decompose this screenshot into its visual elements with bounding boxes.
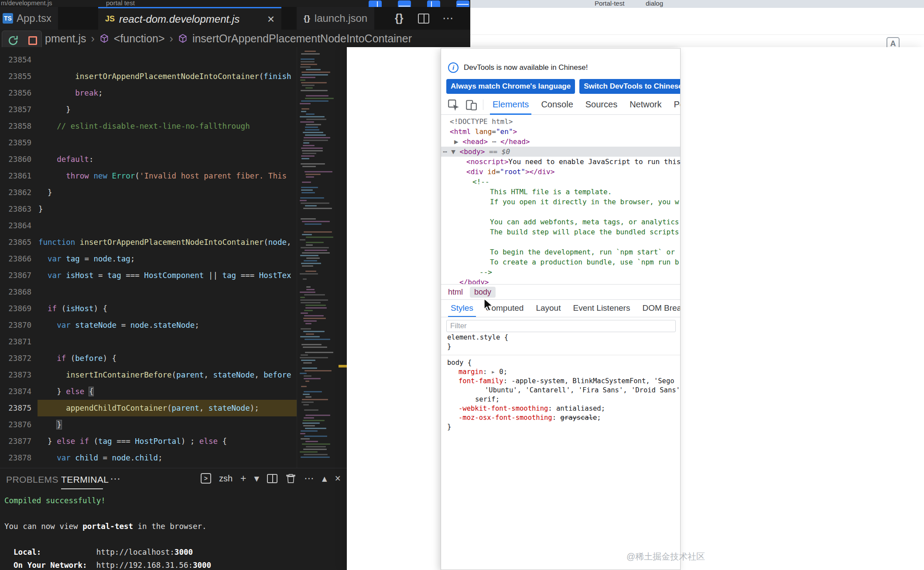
code-line[interactable]: 23862 }	[0, 184, 347, 201]
debug-stop-icon[interactable]	[28, 36, 37, 45]
devtools-tab-sources[interactable]: Sources	[579, 95, 623, 115]
style-declaration[interactable]: }	[441, 342, 681, 351]
layout-toggle-secondary-sidebar-icon[interactable]	[427, 0, 440, 7]
panel-tab-terminal[interactable]: TERMINAL	[61, 474, 109, 485]
editor-tab-launch-json[interactable]: {} launch.json	[297, 7, 374, 30]
elements-crumb-body[interactable]: body	[470, 287, 496, 298]
dom-row[interactable]: <!--	[441, 177, 681, 187]
code-line[interactable]: 23873 insertInContainerBefore(parent, st…	[0, 367, 347, 383]
close-tab-icon[interactable]: ×	[267, 13, 274, 25]
code-line[interactable]: 23871	[0, 333, 347, 350]
layout-toggle-sidebar-icon[interactable]	[369, 0, 382, 7]
dom-row[interactable]: If you open it directly in the browser, …	[441, 197, 681, 207]
code-line[interactable]: 23870 var stateNode = node.stateNode;	[0, 317, 347, 333]
code-line[interactable]: 23867 var isHost = tag === HostComponent…	[0, 267, 347, 284]
style-declaration[interactable]: -moz-osx-font-smoothing: grayscale;	[441, 413, 681, 422]
code-line[interactable]: 23878 var child = node.child;	[0, 450, 347, 466]
style-declaration[interactable]: margin: ▸ 0;	[441, 367, 681, 377]
style-declaration[interactable]: font-family: -apple-system, BlinkMacSyst…	[441, 377, 681, 386]
sidebar-tab-styles[interactable]: Styles	[445, 300, 479, 317]
terminal-dropdown-icon[interactable]: ▾	[254, 473, 259, 484]
inspect-element-icon[interactable]	[447, 99, 460, 111]
sidebar-tab-dom-breakpoints[interactable]: DOM Breakpoints	[636, 300, 681, 317]
code-line[interactable]: 23863}	[0, 201, 347, 217]
always-match-language-button[interactable]: Always match Chrome's language	[446, 79, 575, 94]
code-editor[interactable]: 2385423855 insertOrAppendPlacementNodeIn…	[0, 47, 347, 468]
sidebar-tab-layout[interactable]: Layout	[530, 300, 567, 317]
kill-terminal-trash-icon[interactable]	[285, 473, 296, 484]
code-line[interactable]: 23877 } else if (tag === HostPortal) ; e…	[0, 433, 347, 450]
code-line[interactable]: 23865function insertOrAppendPlacementNod…	[0, 234, 347, 251]
breadcrumb-file[interactable]: pment.js	[45, 32, 86, 45]
debug-restart-icon[interactable]	[7, 34, 19, 47]
dom-row[interactable]: To create a production bundle, use `npm …	[441, 257, 681, 267]
styles-filter-input[interactable]	[446, 320, 676, 332]
sidebar-tab-event-listeners[interactable]: Event Listeners	[567, 300, 636, 317]
code-line[interactable]: 23857 }	[0, 101, 347, 118]
code-line[interactable]: 23876 }	[0, 416, 347, 433]
braces-action-icon[interactable]: {}	[395, 11, 403, 24]
panel-more-actions-icon[interactable]: ⋯	[110, 473, 120, 485]
minimap[interactable]	[297, 47, 339, 468]
breadcrumb-symbol-method[interactable]: insertOrAppendPlacementNodeIntoContainer	[192, 32, 412, 45]
code-line[interactable]: 23860 default:	[0, 151, 347, 168]
devtools-tab-network[interactable]: Network	[623, 95, 667, 115]
code-line[interactable]: 23855 insertOrAppendPlacementNodeIntoCon…	[0, 68, 347, 85]
switch-devtools-chinese-button[interactable]: Switch DevTools to Chinese	[579, 79, 681, 94]
code-line[interactable]: 23858 // eslint-disable-next-line-no-fal…	[0, 118, 347, 134]
dom-row[interactable]: </body>	[441, 277, 681, 284]
editor-tab-react-dom-development-js[interactable]: JS react-dom.development.js ×	[98, 7, 281, 30]
dom-row[interactable]: -->	[441, 267, 681, 277]
browser-tab-portal-test[interactable]: Portal-test	[595, 0, 624, 7]
breadcrumb-symbol-function[interactable]: <function>	[114, 32, 165, 45]
dom-row[interactable]: ⋯ ▼ <body> == $0	[441, 147, 681, 157]
layout-toggle-panel-icon[interactable]	[398, 0, 411, 7]
code-line[interactable]: 23868	[0, 284, 347, 300]
style-declaration[interactable]: serif;	[441, 395, 681, 404]
code-line[interactable]: 23864	[0, 217, 347, 234]
close-panel-icon[interactable]: ×	[335, 473, 341, 484]
device-toolbar-icon[interactable]	[465, 99, 478, 111]
code-line[interactable]: 23854	[0, 52, 347, 68]
shell-name[interactable]: zsh	[219, 474, 233, 484]
dom-row[interactable]: This HTML file is a template.	[441, 187, 681, 197]
dom-row[interactable]: <div id="root"></div>	[441, 167, 681, 177]
dom-row[interactable]: <noscript>You need to enable JavaScript …	[441, 157, 681, 167]
code-line[interactable]: 23869 if (isHost) {	[0, 300, 347, 317]
style-declaration[interactable]: }	[441, 422, 681, 432]
code-line[interactable]: 23861 throw new Error('Invalid host pare…	[0, 168, 347, 184]
panel-more-icon[interactable]: ⋯	[304, 473, 314, 484]
dom-row[interactable]: <html lang="en">	[441, 127, 681, 137]
devtools-tab-console[interactable]: Console	[535, 95, 579, 115]
split-terminal-icon[interactable]	[267, 474, 277, 483]
devtools-tab-performance[interactable]: Performance	[668, 95, 681, 115]
code-line[interactable]: 23875 appendChildToContainer(parent, sta…	[0, 400, 347, 416]
code-line[interactable]: 23872 if (before) {	[0, 350, 347, 367]
new-terminal-icon[interactable]: +	[240, 473, 246, 484]
style-declaration[interactable]: body {	[441, 358, 681, 367]
editor-tab-app-tsx[interactable]: TS App.tsx	[0, 7, 58, 30]
editor-scrollbar[interactable]	[339, 47, 347, 468]
code-line[interactable]: 23859	[0, 134, 347, 151]
elements-crumb-html[interactable]: html	[448, 288, 463, 297]
dom-row[interactable]: You can add webfonts, meta tags, or anal…	[441, 217, 681, 227]
style-declaration[interactable]: 'Ubuntu', 'Cantarell', 'Fira Sans', 'Dro…	[441, 386, 681, 395]
more-actions-icon[interactable]: ⋯	[442, 11, 453, 24]
devtools-tab-elements[interactable]: Elements	[486, 95, 535, 115]
dom-row[interactable]	[441, 237, 681, 247]
code-line[interactable]: 23874 } else {	[0, 383, 347, 400]
dom-row[interactable]: The build step will place the bundled sc…	[441, 227, 681, 237]
split-editor-icon[interactable]	[418, 14, 429, 24]
dom-row[interactable]: To begin the development, run `npm start…	[441, 247, 681, 257]
dom-row[interactable]: ▶ <head> ⋯ </head>	[441, 137, 681, 147]
panel-tab-problems[interactable]: PROBLEMS	[6, 474, 58, 485]
customize-layout-icon[interactable]	[456, 0, 469, 7]
code-line[interactable]: 23856 break;	[0, 85, 347, 101]
code-line[interactable]: 23866 var tag = node.tag;	[0, 251, 347, 267]
terminal-output[interactable]: Compiled successfully!You can now view p…	[4, 494, 347, 570]
browser-tab-dialog[interactable]: dialog	[646, 0, 663, 7]
style-declaration[interactable]: element.style {	[441, 333, 681, 342]
style-declaration[interactable]: -webkit-font-smoothing: antialiased;	[441, 404, 681, 413]
maximize-panel-icon[interactable]: ▴	[322, 473, 327, 484]
dom-row[interactable]	[441, 207, 681, 217]
